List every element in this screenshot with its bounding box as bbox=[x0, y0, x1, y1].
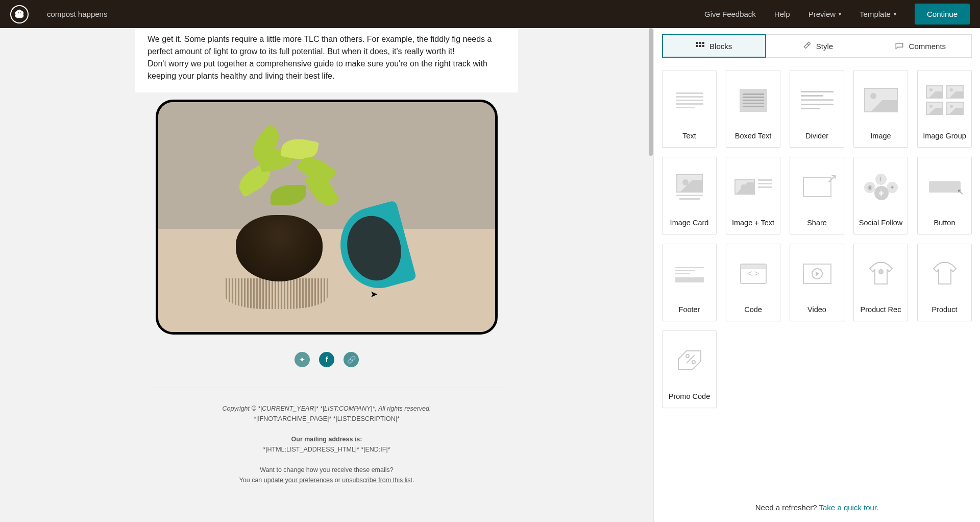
continue-button[interactable]: Continue bbox=[915, 4, 970, 25]
mailchimp-logo[interactable] bbox=[10, 5, 29, 23]
sidebar-tabs: Blocks Style Comments bbox=[654, 28, 980, 58]
button-icon: ↖ bbox=[918, 157, 971, 217]
freddie-icon bbox=[14, 9, 25, 20]
image-text-icon bbox=[726, 157, 780, 217]
image-icon bbox=[854, 70, 908, 130]
text-block[interactable]: We get it. Some plants require a little … bbox=[135, 28, 518, 92]
code-icon: < > bbox=[726, 244, 780, 303]
block-code[interactable]: < > Code bbox=[726, 244, 780, 321]
block-promo-code[interactable]: Promo Code bbox=[662, 330, 717, 408]
update-preferences-link[interactable]: update your preferences bbox=[264, 477, 333, 484]
block-boxed-text[interactable]: Boxed Text bbox=[726, 70, 780, 148]
product-icon bbox=[918, 244, 971, 303]
boxed-text-icon bbox=[726, 70, 780, 130]
mailing-address: *|HTML:LIST_ADDRESS_HTML|* *|END:IF|* bbox=[148, 444, 506, 455]
preview-dropdown[interactable]: Preview▾ bbox=[808, 10, 841, 18]
campaign-name[interactable]: compost happens bbox=[47, 10, 107, 18]
copyright-text: Copyright © *|CURRENT_YEAR|* *|LIST:COMP… bbox=[223, 405, 431, 412]
social-follow-icon: f◉✦+ bbox=[854, 157, 908, 217]
svg-point-6 bbox=[686, 354, 689, 358]
twitter-icon[interactable]: ✦ bbox=[295, 352, 310, 367]
block-image-group[interactable]: Image Group bbox=[917, 70, 972, 148]
footer-divider bbox=[148, 388, 506, 388]
body-paragraph-1: We get it. Some plants require a little … bbox=[148, 33, 506, 58]
block-share[interactable]: ↗ Share bbox=[790, 157, 844, 234]
footer-icon bbox=[663, 244, 716, 303]
change-prefs-question: Want to change how you receive these ema… bbox=[148, 465, 506, 475]
divider-icon bbox=[790, 70, 844, 130]
plant-image bbox=[156, 100, 498, 335]
svg-rect-4 bbox=[699, 45, 701, 47]
image-group-icon bbox=[918, 70, 971, 130]
template-dropdown[interactable]: Template▾ bbox=[860, 10, 896, 18]
svg-point-7 bbox=[692, 361, 695, 364]
block-product-rec[interactable]: Product Rec bbox=[853, 244, 908, 321]
block-image-text[interactable]: Image + Text bbox=[726, 157, 780, 234]
comment-icon bbox=[895, 41, 904, 51]
tab-comments[interactable]: Comments bbox=[869, 34, 972, 58]
refresher-hint: Need a refresher? Take a quick tour. bbox=[654, 503, 980, 522]
archive-text: *|IFNOT:ARCHIVE_PAGE|* *|LIST:DESCRIPTIO… bbox=[148, 414, 506, 424]
help-link[interactable]: Help bbox=[774, 10, 790, 18]
text-icon bbox=[663, 70, 716, 130]
editor-sidebar: Blocks Style Comments Text Boxed Text bbox=[653, 28, 980, 522]
quick-tour-link[interactable]: Take a quick tour bbox=[819, 503, 877, 512]
change-prefs-line: You can update your preferences or unsub… bbox=[148, 475, 506, 485]
chevron-down-icon: ▾ bbox=[839, 11, 841, 17]
block-image-card[interactable]: Image Card bbox=[662, 157, 717, 234]
facebook-icon[interactable]: f bbox=[319, 352, 334, 367]
block-social-follow[interactable]: f◉✦+ Social Follow bbox=[853, 157, 908, 234]
image-card-icon bbox=[663, 157, 716, 217]
image-block[interactable] bbox=[135, 100, 518, 345]
share-icon: ↗ bbox=[790, 157, 844, 217]
chevron-down-icon: ▾ bbox=[894, 11, 896, 17]
svg-rect-3 bbox=[696, 45, 698, 47]
svg-line-8 bbox=[687, 355, 695, 363]
mailing-address-label: Our mailing address is: bbox=[148, 434, 506, 444]
tab-style[interactable]: Style bbox=[766, 34, 869, 58]
scrollbar[interactable] bbox=[648, 28, 653, 522]
unsubscribe-link[interactable]: unsubscribe from this list bbox=[342, 477, 412, 484]
block-footer[interactable]: Footer bbox=[662, 244, 717, 321]
svg-rect-5 bbox=[702, 45, 704, 47]
block-button[interactable]: ↖ Button bbox=[917, 157, 972, 234]
block-divider[interactable]: Divider bbox=[790, 70, 844, 148]
promo-code-icon bbox=[663, 331, 716, 390]
video-icon bbox=[790, 244, 844, 303]
tab-blocks[interactable]: Blocks bbox=[662, 34, 766, 58]
link-icon[interactable]: 🔗 bbox=[344, 352, 359, 367]
app-header: compost happens Give Feedback Help Previ… bbox=[0, 0, 980, 28]
block-text[interactable]: Text bbox=[662, 70, 717, 148]
svg-rect-2 bbox=[702, 42, 704, 44]
block-product[interactable]: Product bbox=[917, 244, 972, 321]
body-paragraph-2: Don't worry we put together a comprehens… bbox=[148, 58, 506, 82]
block-image[interactable]: Image bbox=[853, 70, 908, 148]
blocks-panel: Text Boxed Text Divider Image Image Grou… bbox=[654, 58, 980, 503]
social-block[interactable]: ✦ f 🔗 bbox=[135, 345, 518, 388]
grid-icon bbox=[696, 42, 704, 50]
product-rec-icon bbox=[854, 244, 908, 303]
svg-rect-1 bbox=[699, 42, 701, 44]
svg-rect-0 bbox=[696, 42, 698, 44]
give-feedback-link[interactable]: Give Feedback bbox=[704, 10, 756, 18]
paintbrush-icon bbox=[802, 41, 811, 51]
block-video[interactable]: Video bbox=[790, 244, 844, 321]
footer-block[interactable]: Copyright © *|CURRENT_YEAR|* *|LIST:COMP… bbox=[135, 404, 518, 506]
email-canvas[interactable]: We get it. Some plants require a little … bbox=[0, 28, 653, 522]
